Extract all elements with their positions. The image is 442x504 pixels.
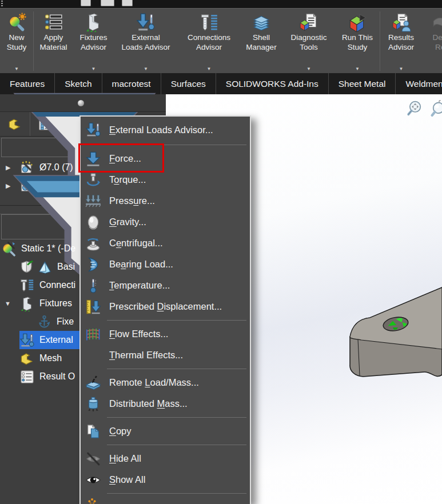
ribbon-button-new-study[interactable]: NewStudy▼ xyxy=(0,9,33,74)
tree-item-label: Connecti xyxy=(39,280,75,290)
menu-item-label: Centrifugal... xyxy=(109,238,163,249)
menu-item-label: Hide All xyxy=(109,453,141,464)
tree-item-label: Basi xyxy=(57,262,75,272)
distributed-mass-icon xyxy=(85,396,101,412)
tree-item-content[interactable]: Mesh xyxy=(19,349,62,367)
ribbon-button-label: DeforRes xyxy=(432,33,442,52)
external-loads-context-menu: External Loads Advisor...Force...Torque.… xyxy=(79,115,251,504)
menu-item-flow-effects[interactable]: Flow Effects... xyxy=(81,323,250,345)
diagnostic-tools-icon xyxy=(299,13,318,32)
menu-item-show-all[interactable]: Show All xyxy=(81,469,250,490)
collapse-arrow-icon[interactable]: ▼ xyxy=(5,300,14,307)
part-yellow-icon xyxy=(19,351,35,366)
heads-up-view-toolbar xyxy=(406,100,442,117)
tab-solidworks-add-ins[interactable]: SOLIDWORKS Add-Ins xyxy=(216,73,329,94)
menu-item-external-loads-advisor[interactable]: External Loads Advisor... xyxy=(81,118,250,142)
menu-item-remote-load-mass[interactable]: Remote Load/Mass... xyxy=(81,372,250,393)
ribbon-button-label: NewStudy xyxy=(7,33,27,52)
ribbon-button-label: Run ThisStudy xyxy=(342,33,373,52)
menu-item-label: Gravity... xyxy=(109,217,146,227)
selected-tree-item[interactable]: External xyxy=(19,331,89,349)
temperature-icon xyxy=(85,278,101,294)
menu-item-label: Flow Effects... xyxy=(109,329,168,339)
menu-item-gravity[interactable]: Gravity... xyxy=(81,211,250,233)
shell-manager-icon xyxy=(252,13,271,32)
quick-access-icon[interactable] xyxy=(81,0,91,6)
menu-item-distributed-mass[interactable]: Distributed Mass... xyxy=(81,393,250,414)
menu-item-label: Show All xyxy=(109,474,145,485)
pressure-icon xyxy=(85,193,101,209)
menu-item-temperature[interactable]: Temperature... xyxy=(81,275,250,296)
menu-item-label: Torque... xyxy=(109,174,146,185)
toolbar-grip[interactable] xyxy=(1,1,3,7)
deformed-result-icon xyxy=(432,13,442,32)
title-bar xyxy=(0,0,442,8)
ribbon-button-results-advisor[interactable]: ResultsAdvisor▼ xyxy=(380,9,422,74)
ribbon-button-label: ConnectionsAdvisor xyxy=(188,33,230,52)
tab-surfaces[interactable]: Surfaces xyxy=(161,73,216,94)
zoom-to-area-icon[interactable] xyxy=(431,100,442,117)
prescribed-displacement-icon xyxy=(85,299,101,315)
anchor-icon xyxy=(37,314,52,330)
connections-small-icon xyxy=(19,278,35,293)
ribbon-button-fixtures-advisor[interactable]: FixturesAdvisor▼ xyxy=(73,9,114,74)
apply-material-icon xyxy=(44,13,63,32)
hide-all-icon xyxy=(85,451,101,467)
fixtures-small-icon xyxy=(19,296,35,311)
new-study-icon xyxy=(7,13,26,32)
menu-item-label: Temperature... xyxy=(109,280,170,291)
results-advisor-icon xyxy=(392,13,411,32)
menu-separator xyxy=(107,493,246,494)
show-all-icon xyxy=(85,472,101,488)
menu-item-centrifugal[interactable]: Centrifugal... xyxy=(81,233,250,254)
annotation-red-box xyxy=(78,143,164,173)
copy-icon xyxy=(85,423,101,439)
tree-item-label: Mesh xyxy=(39,353,62,363)
menu-item-thermal-effects[interactable]: Thermal Effects... xyxy=(81,345,250,366)
tree-item-label: Static 1* (-De xyxy=(21,243,75,254)
tree-item-label: Result O xyxy=(39,371,75,382)
ribbon-button-run-this-study[interactable]: Run ThisStudy▼ xyxy=(335,9,380,74)
menu-item-label: Thermal Effects... xyxy=(109,350,183,361)
run-this-study-icon xyxy=(348,13,367,32)
result-options-icon xyxy=(19,369,35,385)
tab-sheet-metal[interactable]: Sheet Metal xyxy=(329,73,396,94)
ribbon-button-external-loads-advisor[interactable]: ExternalLoads Advisor▼ xyxy=(114,9,178,74)
menu-item-partially-cut xyxy=(81,497,250,503)
ribbon-button-label: ApplyMaterial xyxy=(39,33,67,52)
ribbon-button-diagnostic-tools[interactable]: DiagnosticTools▼ xyxy=(282,9,335,74)
quick-access-icon[interactable] xyxy=(122,0,133,6)
menu-separator xyxy=(107,445,246,445)
tree-item-content[interactable]: Fixtures xyxy=(19,294,72,313)
menu-item-label: Copy xyxy=(109,426,132,437)
menu-item-copy[interactable]: Copy xyxy=(81,421,250,442)
menu-item-label: Prescribed Displacement... xyxy=(109,301,222,312)
ribbon-button-apply-material[interactable]: ApplyMaterial xyxy=(34,9,73,74)
ribbon-button-connections-advisor[interactable]: ConnectionsAdvisor▼ xyxy=(178,9,240,74)
part-blue-icon xyxy=(37,259,53,275)
ribbon-button-label: DiagnosticTools xyxy=(290,33,326,52)
external-loads-menu-icon xyxy=(19,333,35,348)
menu-item-prescribed-displacement[interactable]: Prescribed Displacement... xyxy=(81,296,250,317)
study-icon xyxy=(1,241,17,257)
ribbon-button-label: FixturesAdvisor xyxy=(79,33,107,52)
tree-item-content[interactable]: Static 1* (-De xyxy=(1,239,75,258)
flow-effects-icon xyxy=(85,326,101,342)
splitter-dot-handle[interactable] xyxy=(78,100,84,106)
tab-weldments[interactable]: Weldments xyxy=(396,73,442,94)
tree-item-content[interactable]: Fixe xyxy=(37,313,74,331)
tree-item-content[interactable]: Result O xyxy=(19,367,75,386)
menu-item-hide-all[interactable]: Hide All xyxy=(81,448,250,469)
menu-item-bearing-load[interactable]: Bearing Load... xyxy=(81,254,250,275)
fixtures-advisor-icon xyxy=(84,13,103,32)
panel-splitter[interactable] xyxy=(0,94,166,112)
tree-item-content[interactable]: Connecti xyxy=(19,276,75,294)
menu-item-pressure[interactable]: Pressure... xyxy=(81,190,250,211)
remote-load-mass-icon xyxy=(85,375,101,391)
menu-item-label: Pressure... xyxy=(109,195,155,206)
tree-item-content[interactable]: Basi xyxy=(19,258,75,276)
zoom-to-fit-icon[interactable] xyxy=(406,100,423,117)
centrifugal-icon xyxy=(85,235,101,251)
quick-access-icon[interactable] xyxy=(101,0,114,6)
ribbon-button-shell-manager[interactable]: ShellManager xyxy=(240,9,282,74)
